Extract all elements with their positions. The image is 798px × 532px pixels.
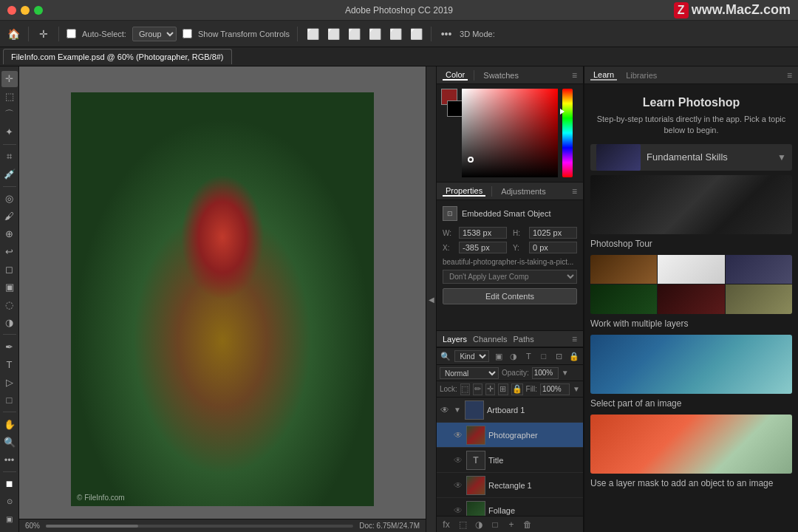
layer-item[interactable]: 👁 T Title	[437, 448, 583, 473]
align-bottom-icon[interactable]: ⬜	[409, 27, 423, 41]
layer-item[interactable]: 👁 Photographer	[437, 423, 583, 448]
clone-tool[interactable]: ⊕	[1, 226, 18, 242]
path-select-tool[interactable]: ▷	[1, 374, 18, 390]
layer-item[interactable]: 👁 ▼ Artboard 1	[437, 398, 583, 423]
add-group-icon[interactable]: □	[488, 518, 502, 531]
canvas-image[interactable]: © FileInfo.com	[71, 92, 374, 506]
opacity-input[interactable]	[532, 367, 559, 379]
color-squares[interactable]: ■	[1, 476, 18, 492]
file-tab[interactable]: FileInfo.com Example.psd @ 60% (Photogra…	[3, 49, 232, 64]
move-tool-icon[interactable]: ✛	[36, 27, 51, 41]
minimize-button[interactable]	[21, 6, 30, 15]
filter-type-smart-icon[interactable]: ⊡	[553, 349, 565, 363]
gradient-tool[interactable]: ▣	[1, 279, 18, 295]
y-value[interactable]: 0 px	[529, 242, 577, 253]
lock-pixels-btn[interactable]: ✏	[473, 383, 482, 395]
tutorial-item-select-image[interactable]: Select part of an image	[590, 335, 792, 410]
more-tools[interactable]: •••	[1, 451, 18, 468]
opacity-arrow[interactable]: ▼	[562, 369, 569, 377]
lock-position-btn[interactable]: ✛	[485, 383, 495, 395]
tutorial-item-layer-mask[interactable]: Use a layer mask to add an object to an …	[590, 415, 792, 490]
layer-visibility-icon[interactable]: 👁	[453, 455, 463, 466]
h-value[interactable]: 1025 px	[529, 227, 577, 239]
layer-visibility-icon[interactable]: 👁	[453, 430, 463, 440]
libraries-tab[interactable]: Libraries	[623, 71, 660, 80]
panel-collapse-handle[interactable]: ◀	[426, 66, 436, 532]
color-panel-menu-icon[interactable]: ≡	[572, 70, 577, 81]
align-top-icon[interactable]: ⬜	[367, 27, 382, 41]
auto-select-checkbox[interactable]	[66, 29, 76, 38]
channels-tab[interactable]: Channels	[473, 335, 507, 344]
fill-input[interactable]	[540, 383, 570, 395]
swatches-tab[interactable]: Swatches	[480, 71, 522, 80]
lock-all-btn[interactable]: 🔒	[511, 383, 523, 395]
props-panel-menu-icon[interactable]: ≡	[572, 186, 577, 197]
delete-layer-icon[interactable]: 🗑	[521, 518, 534, 531]
home-icon[interactable]: 🏠	[6, 27, 21, 41]
filter-type-pixel-icon[interactable]: ▣	[492, 349, 504, 363]
maximize-button[interactable]	[34, 6, 43, 15]
layer-visibility-icon[interactable]: 👁	[453, 505, 463, 516]
add-fx-icon[interactable]: fx	[440, 518, 453, 531]
paths-tab[interactable]: Paths	[514, 335, 534, 344]
shape-tool[interactable]: □	[1, 392, 18, 408]
lock-transparent-btn[interactable]: ⬚	[460, 383, 470, 395]
w-value[interactable]: 1538 px	[459, 227, 507, 239]
layer-visibility-icon[interactable]: 👁	[453, 480, 463, 491]
eyedropper-tool[interactable]: 💉	[1, 166, 18, 183]
quick-mask-mode[interactable]: ⊙	[1, 494, 18, 510]
adjustments-tab[interactable]: Adjustments	[498, 187, 549, 196]
filter-type-shape-icon[interactable]: □	[538, 349, 550, 363]
color-tab[interactable]: Color	[443, 70, 468, 81]
tutorial-item-multiple-layers[interactable]: Work with multiple layers	[590, 255, 792, 330]
type-tool[interactable]: T	[1, 356, 18, 372]
filter-type-text-icon[interactable]: T	[522, 349, 534, 363]
lock-artboard-btn[interactable]: ⊞	[498, 383, 508, 395]
properties-tab[interactable]: Properties	[443, 186, 485, 197]
crop-tool[interactable]: ⌗	[1, 149, 18, 165]
hand-tool[interactable]: ✋	[1, 416, 18, 432]
add-adjustment-icon[interactable]: ◑	[472, 518, 485, 531]
learn-tab[interactable]: Learn	[590, 70, 617, 81]
show-transform-checkbox[interactable]	[183, 29, 192, 38]
align-right-icon[interactable]: ⬜	[347, 27, 361, 41]
screen-mode[interactable]: ▣	[1, 511, 18, 528]
layers-tab[interactable]: Layers	[443, 335, 467, 344]
blur-tool[interactable]: ◌	[1, 296, 18, 313]
filter-icon[interactable]: 🔍	[440, 349, 451, 363]
selection-tool[interactable]: ⬚	[1, 89, 18, 105]
add-mask-icon[interactable]: ⬚	[456, 518, 469, 531]
dodge-tool[interactable]: ◑	[1, 314, 18, 330]
align-mid-icon[interactable]: ⬜	[388, 27, 403, 41]
layer-expand-icon[interactable]: ▼	[453, 406, 462, 415]
magic-wand-tool[interactable]: ✦	[1, 124, 18, 140]
color-gradient-picker[interactable]	[462, 89, 558, 177]
align-left-icon[interactable]: ⬜	[305, 27, 320, 41]
hue-slider[interactable]	[562, 89, 573, 177]
blend-mode-select[interactable]: Normal	[440, 367, 499, 379]
brush-tool[interactable]: 🖌	[1, 208, 18, 225]
layer-item[interactable]: 👁 Follage	[437, 498, 583, 516]
auto-select-dropdown[interactable]: Group Layer	[132, 27, 177, 41]
filter-lock-icon[interactable]: 🔒	[568, 349, 580, 363]
filter-kind-select[interactable]: Kind	[454, 350, 489, 362]
x-value[interactable]: -385 px	[459, 242, 507, 253]
history-brush-tool[interactable]: ↩	[1, 244, 18, 260]
edit-contents-button[interactable]: Edit Contents	[443, 288, 577, 304]
pen-tool[interactable]: ✒	[1, 338, 18, 355]
move-tool[interactable]: ✛	[1, 71, 18, 87]
fundamental-chevron-icon[interactable]: ▼	[777, 152, 786, 163]
background-color[interactable]	[447, 100, 463, 117]
learn-menu-icon[interactable]: ≡	[787, 70, 792, 81]
fill-arrow[interactable]: ▼	[573, 385, 580, 393]
layer-item[interactable]: 👁 Rectangle 1	[437, 473, 583, 498]
layers-menu-icon[interactable]: ≡	[572, 334, 577, 344]
more-icon[interactable]: •••	[439, 27, 454, 41]
layer-comp-select[interactable]: Don't Apply Layer Comp	[443, 270, 577, 284]
filter-type-adjust-icon[interactable]: ◑	[508, 349, 519, 363]
add-layer-icon[interactable]: +	[505, 518, 518, 531]
fundamental-skills-header[interactable]: Fundamental Skills ▼	[590, 144, 792, 171]
layer-visibility-icon[interactable]: 👁	[440, 405, 450, 415]
zoom-tool[interactable]: 🔍	[1, 434, 18, 450]
align-center-icon[interactable]: ⬜	[326, 27, 341, 41]
